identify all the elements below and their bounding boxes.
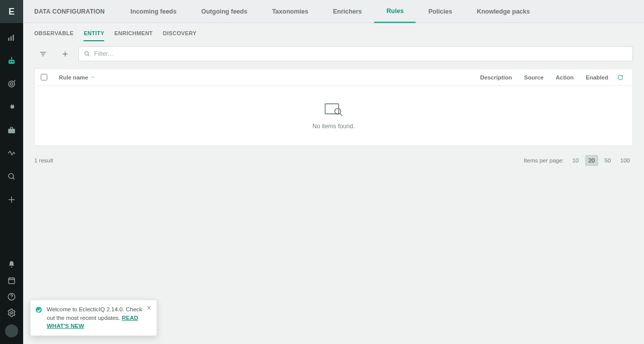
svg-line-12: [13, 178, 15, 180]
sidebar-top: [0, 26, 23, 256]
tab-taxonomies[interactable]: Taxonomies: [260, 0, 320, 23]
svg-point-4: [10, 61, 11, 62]
page-title: DATA CONFIGURATION: [34, 0, 118, 23]
target-icon: [7, 79, 16, 89]
refresh-icon: [617, 74, 624, 81]
main: DATA CONFIGURATION Incoming feeds Outgoi…: [23, 0, 644, 344]
svg-rect-3: [9, 60, 15, 64]
sidebar-item-settings[interactable]: [0, 305, 23, 321]
sidebar: E: [0, 0, 23, 344]
sidebar-item-activity[interactable]: [0, 142, 23, 165]
column-description[interactable]: Description: [474, 74, 518, 80]
rules-table: Rule name Description Source Action Enab…: [34, 68, 633, 146]
column-rule-name[interactable]: Rule name: [54, 74, 474, 80]
help-icon: [7, 292, 16, 301]
settings-icon: [7, 308, 16, 317]
app-logo[interactable]: E: [0, 0, 23, 23]
sidebar-item-notifications[interactable]: [0, 256, 23, 273]
calendar-icon: [7, 276, 16, 285]
empty-text: No items found.: [312, 123, 355, 130]
page-size-100[interactable]: 100: [617, 155, 633, 166]
svg-rect-15: [9, 278, 15, 284]
tab-outgoing-feeds[interactable]: Outgoing feeds: [189, 0, 260, 23]
welcome-toast: Welcome to EclecticIQ 2.14.0. Check out …: [30, 300, 157, 336]
page-size-50[interactable]: 50: [601, 155, 614, 166]
pager: Items per page: 10 20 50 100: [524, 155, 633, 166]
tab-knowledge-packs[interactable]: Knowledge packs: [464, 0, 542, 23]
svg-rect-1: [11, 36, 12, 41]
svg-point-5: [12, 61, 13, 62]
briefcase-icon: [7, 126, 16, 135]
svg-line-31: [340, 114, 343, 116]
column-enabled[interactable]: Enabled: [580, 74, 614, 80]
plus-icon: [61, 50, 69, 58]
select-all-cell: [41, 74, 54, 80]
automation-icon: [7, 56, 16, 65]
bell-icon: [7, 260, 16, 269]
column-rule-name-label: Rule name: [59, 74, 88, 80]
tab-incoming-feeds[interactable]: Incoming feeds: [118, 0, 189, 23]
filter-icon: [39, 50, 47, 58]
tab-rules[interactable]: Rules: [374, 0, 416, 23]
table-header: Rule name Description Source Action Enab…: [35, 69, 632, 86]
svg-rect-6: [11, 58, 12, 60]
svg-rect-2: [13, 35, 14, 41]
sidebar-item-briefcase[interactable]: [0, 119, 23, 142]
topbar: DATA CONFIGURATION Incoming feeds Outgoi…: [23, 0, 644, 23]
success-icon: [36, 307, 42, 313]
plus-icon: [7, 195, 16, 204]
sort-asc-icon: [90, 75, 95, 80]
toolbar: [23, 41, 644, 61]
tab-enrichers[interactable]: Enrichers: [320, 0, 374, 23]
filter-field: [78, 46, 633, 61]
sidebar-item-automation[interactable]: [0, 49, 23, 72]
subtab-entity[interactable]: ENTITY: [84, 28, 104, 41]
empty-icon: [324, 102, 344, 118]
add-button[interactable]: [56, 46, 73, 61]
sidebar-bottom: [0, 256, 23, 341]
svg-rect-0: [8, 38, 9, 41]
column-action[interactable]: Action: [549, 74, 580, 80]
svg-point-20: [11, 298, 12, 299]
avatar-icon: [5, 324, 18, 337]
sidebar-item-target[interactable]: [0, 72, 23, 96]
svg-point-30: [335, 109, 341, 115]
subtabs: OBSERVABLE ENTITY ENRICHMENT DISCOVERY: [23, 23, 644, 41]
activity-icon: [7, 149, 16, 158]
sidebar-item-create[interactable]: [0, 188, 23, 211]
items-per-page-label: Items per page:: [524, 157, 564, 163]
page-size-10[interactable]: 10: [569, 155, 582, 166]
svg-point-21: [11, 312, 13, 314]
page-size-20[interactable]: 20: [585, 155, 598, 166]
result-count: 1 result: [34, 157, 53, 163]
sidebar-item-help[interactable]: [0, 289, 23, 305]
table-footer: 1 result Items per page: 10 20 50 100: [23, 150, 644, 171]
svg-point-11: [9, 174, 14, 179]
content: Rule name Description Source Action Enab…: [23, 61, 644, 150]
close-icon: [146, 305, 152, 311]
dashboard-icon: [7, 33, 16, 42]
empty-state: No items found.: [35, 86, 632, 145]
select-all-checkbox[interactable]: [41, 74, 47, 80]
fire-icon: [7, 103, 16, 112]
subtab-enrichment[interactable]: ENRICHMENT: [114, 28, 152, 41]
subtab-discovery[interactable]: DISCOVERY: [163, 28, 197, 41]
svg-point-7: [11, 57, 12, 58]
toast-close-button[interactable]: [144, 303, 153, 312]
svg-rect-10: [8, 129, 15, 133]
search-icon: [7, 172, 16, 181]
subtab-observable[interactable]: OBSERVABLE: [34, 28, 73, 41]
column-source[interactable]: Source: [518, 74, 549, 80]
sidebar-item-dashboard[interactable]: [0, 26, 23, 49]
sidebar-item-avatar[interactable]: [0, 321, 23, 341]
sidebar-item-search[interactable]: [0, 165, 23, 188]
svg-point-8: [9, 81, 15, 87]
sidebar-item-fire[interactable]: [0, 96, 23, 119]
sidebar-item-calendar[interactable]: [0, 273, 23, 289]
filter-input[interactable]: [78, 46, 633, 61]
refresh-button[interactable]: [614, 74, 626, 81]
tab-policies[interactable]: Policies: [416, 0, 464, 23]
svg-point-9: [10, 82, 13, 85]
filter-toggle-button[interactable]: [34, 46, 51, 61]
